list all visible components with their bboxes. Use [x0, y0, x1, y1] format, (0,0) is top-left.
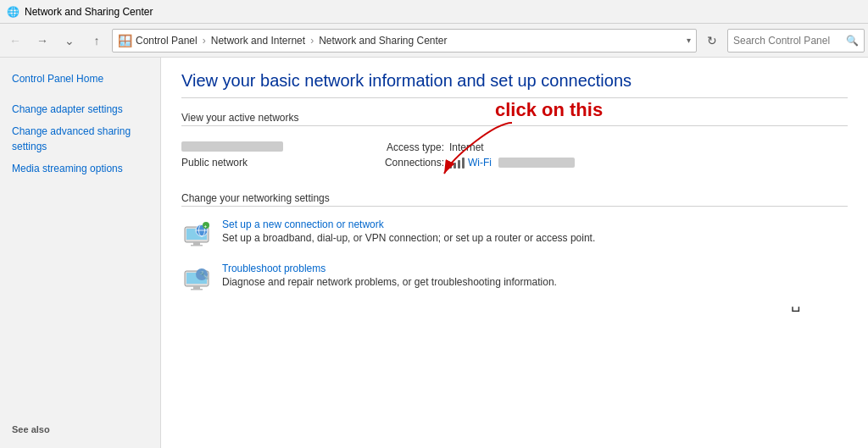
refresh-button[interactable]: ↻: [700, 29, 724, 53]
sidebar-item-media-streaming[interactable]: Media streaming options: [0, 158, 160, 180]
setup-connection-desc: Set up a broadband, dial-up, or VPN conn…: [222, 232, 595, 244]
page-title: View your basic network information and …: [181, 71, 848, 98]
search-input[interactable]: [733, 35, 843, 47]
address-bar[interactable]: 🪟 Control Panel › Network and Internet ›…: [112, 29, 697, 53]
setup-connection-icon: +: [181, 218, 212, 249]
back-button[interactable]: ←: [3, 29, 27, 53]
breadcrumb-ni: Network and Internet: [211, 35, 305, 47]
connections-row: Connections: Wi-Fi: [368, 157, 575, 169]
troubleshoot-icon-svg: 🔧: [183, 264, 210, 291]
address-bar-os-icon: 🪟: [118, 34, 132, 47]
svg-rect-14: [191, 289, 203, 290]
svg-text:+: +: [204, 224, 208, 229]
setup-connection-text: Set up a new connection or network Set u…: [222, 218, 595, 244]
search-icon: 🔍: [846, 35, 859, 47]
troubleshoot-icon: 🔧: [181, 263, 212, 293]
breadcrumb-nsc: Network and Sharing Center: [319, 35, 447, 47]
setup-connection-link[interactable]: Set up a new connection or network: [222, 218, 595, 230]
network-type: Public network: [181, 157, 248, 169]
main-layout: Control Panel Home Change adapter settin…: [0, 58, 868, 448]
sidebar-item-change-advanced[interactable]: Change advanced sharing settings: [0, 120, 160, 158]
annotation-container: click on this: [427, 114, 529, 185]
troubleshoot-link[interactable]: Troubleshoot problems: [222, 263, 557, 274]
breadcrumb: Control Panel › Network and Internet › N…: [136, 35, 683, 47]
search-box[interactable]: 🔍: [727, 29, 865, 53]
title-bar-icon: 🌐: [7, 6, 19, 18]
sep1: ›: [203, 35, 206, 47]
troubleshoot-text: Troubleshoot problems Diagnose and repai…: [222, 263, 557, 288]
setting-item-setup: + Set up a new connection or network Set…: [181, 218, 848, 249]
networking-settings-section: Change your networking settings: [181, 192, 848, 293]
svg-rect-4: [191, 245, 203, 246]
title-bar: 🌐 Network and Sharing Center: [0, 0, 868, 24]
sep2: ›: [310, 35, 314, 47]
recent-pages-button[interactable]: ⌄: [58, 29, 81, 53]
svg-text:🔧: 🔧: [199, 270, 209, 280]
setting-item-troubleshoot: 🔧 Troubleshoot problems Diagnose and rep…: [181, 263, 848, 293]
network-name-blurred: [181, 141, 283, 152]
sidebar-item-home[interactable]: Control Panel Home: [0, 68, 160, 90]
address-bar-row: ← → ⌄ ↑ 🪟 Control Panel › Network and In…: [0, 24, 868, 58]
network-card: Public network Access type: Internet Con…: [181, 135, 848, 175]
forward-button[interactable]: →: [31, 29, 54, 53]
content-area: View your basic network information and …: [161, 58, 868, 448]
svg-rect-3: [193, 242, 200, 245]
network-right: Access type: Internet Connections: Wi-Fi: [368, 141, 575, 169]
sidebar-item-change-adapter[interactable]: Change adapter settings: [0, 98, 160, 120]
troubleshoot-desc: Diagnose and repair network problems, or…: [222, 276, 557, 288]
sidebar: Control Panel Home Change adapter settin…: [0, 58, 161, 448]
address-dropdown-button[interactable]: ▾: [687, 36, 691, 45]
network-left: Public network: [181, 141, 368, 169]
arrow-svg: [427, 114, 529, 182]
click-annotation: click on this: [495, 99, 603, 121]
see-also-label: See also: [12, 424, 50, 434]
up-button[interactable]: ↑: [85, 29, 108, 53]
svg-rect-13: [193, 286, 200, 289]
change-settings-label: Change your networking settings: [181, 192, 848, 207]
title-bar-text: Network and Sharing Center: [25, 6, 153, 18]
setup-icon-svg: +: [183, 220, 210, 247]
breadcrumb-cp: Control Panel: [136, 35, 198, 47]
